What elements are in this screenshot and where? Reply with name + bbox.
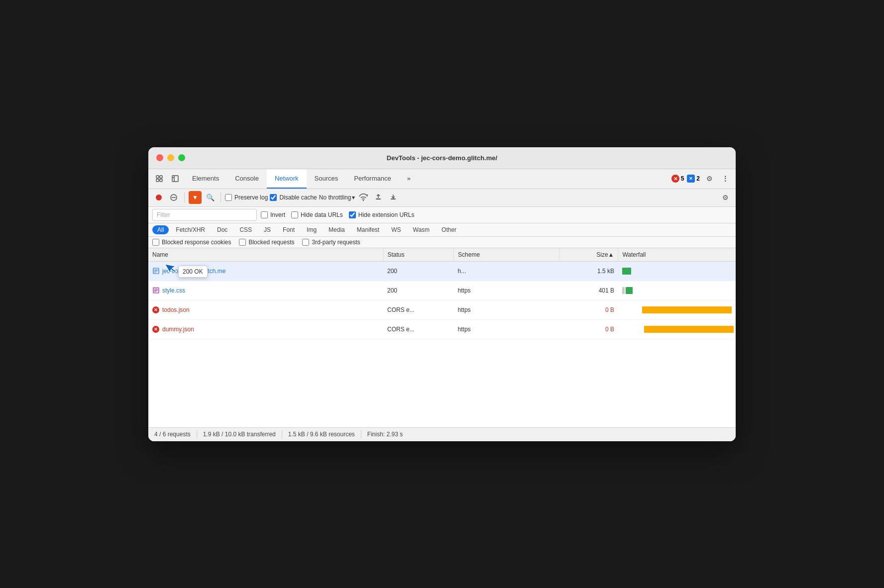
filter-bar: Invert Hide data URLs Hide extension URL… <box>148 207 736 223</box>
tab-console[interactable]: Console <box>227 169 267 189</box>
size-cell: 0 B <box>559 319 618 339</box>
type-pill-img[interactable]: Img <box>302 225 322 234</box>
tab-elements[interactable]: Elements <box>184 169 227 189</box>
name-cell: ✕dummy.json <box>152 326 379 333</box>
scheme-cell: https <box>454 319 559 339</box>
tab-network[interactable]: Network <box>267 169 307 189</box>
maximize-button[interactable] <box>178 154 185 161</box>
blocked-requests-checkbox[interactable] <box>239 239 246 246</box>
record-button[interactable] <box>152 191 165 204</box>
title-bar: DevTools - jec-cors-demo.glitch.me/ <box>148 147 736 169</box>
table-body: jec-cors-demo.glitch.me200 OK200h...1.5 … <box>148 261 736 339</box>
col-name[interactable]: Name <box>148 248 383 262</box>
preserve-log-checkbox[interactable] <box>225 194 232 201</box>
type-pill-css[interactable]: CSS <box>234 225 257 234</box>
error-icon: ✕ <box>152 326 159 333</box>
devtools-body: Elements Console Network Sources Perform… <box>148 169 736 441</box>
sep2 <box>282 430 282 438</box>
sep3 <box>361 430 361 438</box>
table-row[interactable]: jec-cors-demo.glitch.me200 OK200h...1.5 … <box>148 261 736 281</box>
close-button[interactable] <box>156 154 163 161</box>
svg-rect-4 <box>172 176 178 182</box>
table-row[interactable]: style.css200https401 B <box>148 281 736 300</box>
error-icon: ✕ <box>152 306 159 313</box>
hide-ext-urls-checkbox[interactable] <box>349 211 356 218</box>
type-pill-manifest[interactable]: Manifest <box>352 225 384 234</box>
tooltip-200ok: 200 OK <box>178 266 208 278</box>
scheme-cell: h... <box>454 261 559 281</box>
inspect-icon[interactable] <box>168 172 182 186</box>
devtools-window: DevTools - jec-cors-demo.glitch.me/ <box>148 147 736 441</box>
blocked-cookies-checkbox[interactable] <box>152 239 159 246</box>
disable-cache-label[interactable]: Disable cache <box>270 194 317 201</box>
type-pill-media[interactable]: Media <box>324 225 350 234</box>
invert-checkbox[interactable] <box>261 211 268 218</box>
waterfall-bar-container <box>622 303 732 317</box>
svg-rect-0 <box>156 176 159 178</box>
status-cell: CORS e... <box>383 300 454 319</box>
filter-checkboxes: Invert Hide data URLs Hide extension URL… <box>261 211 414 218</box>
type-pill-all[interactable]: All <box>152 225 169 234</box>
more-options-icon[interactable]: ⋮ <box>719 172 732 185</box>
scheme-cell: https <box>454 281 559 300</box>
error-count-red[interactable]: ✕ 5 <box>671 175 684 183</box>
col-waterfall[interactable]: Waterfall <box>618 248 736 262</box>
col-status[interactable]: Status <box>383 248 454 262</box>
filter-button[interactable]: ▼ <box>189 191 202 204</box>
type-pill-wasm[interactable]: Wasm <box>408 225 435 234</box>
type-pill-doc[interactable]: Doc <box>212 225 232 234</box>
invert-label[interactable]: Invert <box>261 211 285 218</box>
network-table: Name Status Scheme Size ▲ Waterfall jec-… <box>148 248 736 339</box>
hide-data-urls-checkbox[interactable] <box>291 211 298 218</box>
separator2 <box>221 193 221 202</box>
third-party-label[interactable]: 3rd-party requests <box>302 239 360 246</box>
css-icon <box>152 287 159 294</box>
table-row[interactable]: ✕dummy.jsonCORS e...https0 B <box>148 319 736 339</box>
hide-data-urls-label[interactable]: Hide data URLs <box>291 211 343 218</box>
blocked-requests-label[interactable]: Blocked requests <box>239 239 294 246</box>
type-pill-js[interactable]: JS <box>259 225 276 234</box>
clear-button[interactable] <box>167 191 180 204</box>
error-count-blue[interactable]: ✕ 2 <box>687 175 700 183</box>
requests-count: 4 / 6 requests <box>154 431 191 438</box>
svg-point-7 <box>156 195 162 200</box>
tab-performance[interactable]: Performance <box>346 169 399 189</box>
third-party-checkbox[interactable] <box>302 239 309 246</box>
minimize-button[interactable] <box>167 154 174 161</box>
filter-input[interactable] <box>152 209 257 221</box>
download-icon[interactable] <box>387 191 400 204</box>
gear-icon[interactable]: ⚙ <box>719 191 732 204</box>
waterfall-bar-yellow <box>642 306 732 313</box>
nav-tabs: Elements Console Network Sources Perform… <box>148 169 736 189</box>
file-name: style.css <box>162 287 185 294</box>
separator <box>184 193 185 202</box>
more-checks: Blocked response cookies Blocked request… <box>148 237 736 248</box>
svg-rect-13 <box>391 198 396 199</box>
search-button[interactable]: 🔍 <box>204 191 217 204</box>
col-scheme[interactable]: Scheme <box>454 248 559 262</box>
status-bar: 4 / 6 requests 1.9 kB / 10.0 kB transfer… <box>148 427 736 441</box>
svg-rect-3 <box>160 179 162 182</box>
upload-icon[interactable] <box>372 191 385 204</box>
size-cell: 401 B <box>559 281 618 300</box>
type-pill-fetch-xhr[interactable]: Fetch/XHR <box>171 225 210 234</box>
col-size[interactable]: Size ▲ <box>559 248 618 262</box>
type-pill-ws[interactable]: WS <box>386 225 406 234</box>
waterfall-bar-green2 <box>626 287 633 294</box>
type-filters: AllFetch/XHRDocCSSJSFontImgMediaManifest… <box>148 223 736 237</box>
settings-icon[interactable]: ⚙ <box>703 172 716 185</box>
type-pill-other[interactable]: Other <box>437 225 461 234</box>
svg-point-10 <box>363 200 364 201</box>
throttle-dropdown[interactable]: No throttling ▾ <box>319 194 355 201</box>
disable-cache-checkbox[interactable] <box>270 194 277 201</box>
wifi-icon[interactable] <box>357 191 370 204</box>
tab-more[interactable]: » <box>399 169 419 189</box>
hide-ext-urls-label[interactable]: Hide extension URLs <box>349 211 415 218</box>
error-red-icon: ✕ <box>671 175 679 183</box>
table-row[interactable]: ✕todos.jsonCORS e...https0 B <box>148 300 736 319</box>
type-pill-font[interactable]: Font <box>278 225 300 234</box>
preserve-log-label[interactable]: Preserve log <box>225 194 268 201</box>
cursor-icon[interactable] <box>152 172 166 186</box>
tab-sources[interactable]: Sources <box>307 169 346 189</box>
blocked-cookies-label[interactable]: Blocked response cookies <box>152 239 231 246</box>
